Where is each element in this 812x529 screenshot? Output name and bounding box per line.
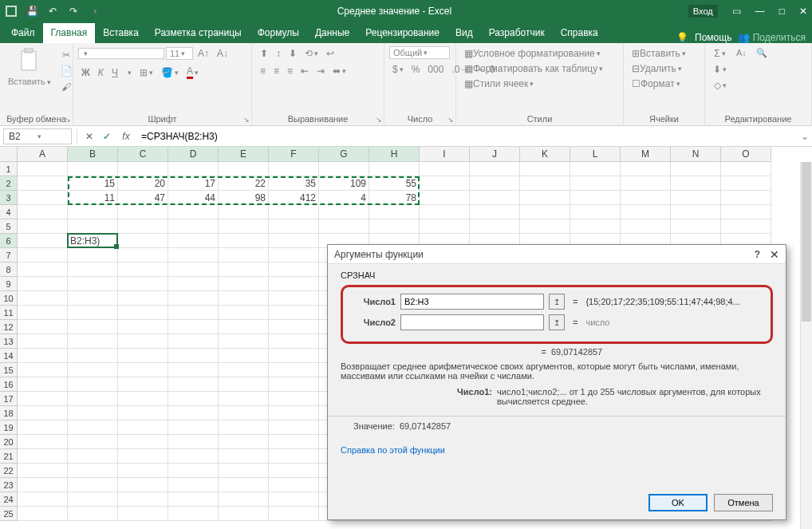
cell[interactable] xyxy=(68,420,118,435)
row-header[interactable]: 2 xyxy=(0,176,18,191)
cell[interactable] xyxy=(269,306,319,320)
row-header[interactable]: 13 xyxy=(0,334,18,349)
select-all-corner[interactable] xyxy=(0,147,18,162)
cell[interactable] xyxy=(68,306,118,320)
cell[interactable] xyxy=(269,320,319,334)
underline-button[interactable]: Ч xyxy=(108,65,121,80)
cell[interactable] xyxy=(18,420,68,435)
increase-font-icon[interactable]: A↑ xyxy=(195,46,212,61)
arg1-refedit-icon[interactable]: ↥ xyxy=(549,294,565,310)
cell[interactable] xyxy=(219,363,269,377)
cell[interactable]: 78 xyxy=(369,191,420,205)
cell[interactable] xyxy=(520,162,570,176)
delete-cells-button[interactable]: ⊟ Удалить xyxy=(629,61,685,76)
cell[interactable] xyxy=(168,420,219,435)
cell[interactable] xyxy=(671,191,721,205)
cell[interactable] xyxy=(118,219,168,234)
cell[interactable] xyxy=(420,205,470,219)
cell[interactable] xyxy=(269,205,319,219)
row-header[interactable]: 6 xyxy=(0,234,18,248)
font-size-combo[interactable]: 11 xyxy=(166,47,193,60)
login-button[interactable]: Вход xyxy=(688,5,718,18)
autosum-icon[interactable]: Σ xyxy=(710,46,730,61)
cell[interactable]: 17 xyxy=(168,176,219,191)
cell[interactable] xyxy=(168,464,219,478)
cell[interactable] xyxy=(168,478,219,492)
minimize-icon[interactable]: — xyxy=(755,6,765,17)
cell[interactable] xyxy=(269,478,319,492)
cell[interactable]: 55 xyxy=(369,176,420,191)
underline-more-icon[interactable] xyxy=(123,67,135,78)
cell[interactable] xyxy=(420,191,470,205)
cell[interactable] xyxy=(269,492,319,507)
cell[interactable] xyxy=(18,219,68,234)
cell[interactable] xyxy=(18,492,68,507)
cell[interactable] xyxy=(168,392,219,406)
find-select-button[interactable]: 🔍 xyxy=(753,46,771,60)
row-header[interactable]: 9 xyxy=(0,277,18,291)
cell[interactable] xyxy=(168,377,219,392)
row-header[interactable]: 20 xyxy=(0,435,18,449)
column-header[interactable]: L xyxy=(570,147,621,162)
cell[interactable] xyxy=(219,392,269,406)
ok-button[interactable]: OK xyxy=(648,494,708,511)
cell[interactable] xyxy=(219,406,269,420)
cell[interactable] xyxy=(118,449,168,464)
insert-cells-button[interactable]: ⊞ Вставить xyxy=(629,46,689,61)
cell[interactable] xyxy=(570,191,621,205)
tab-formulas[interactable]: Формулы xyxy=(250,23,307,43)
column-header[interactable]: B xyxy=(68,147,118,162)
fill-icon[interactable]: ⬇ xyxy=(710,62,730,77)
cell-styles-button[interactable]: ▦ Стили ячеек xyxy=(461,77,537,91)
row-header[interactable]: 24 xyxy=(0,492,18,507)
cell[interactable] xyxy=(168,205,219,219)
cell[interactable] xyxy=(68,406,118,420)
tab-view[interactable]: Вид xyxy=(447,23,481,43)
cell[interactable]: 22 xyxy=(219,176,269,191)
cell[interactable] xyxy=(68,464,118,478)
cell[interactable] xyxy=(219,420,269,435)
cell[interactable] xyxy=(18,248,68,263)
cell[interactable] xyxy=(118,435,168,449)
tab-developer[interactable]: Разработчик xyxy=(481,23,553,43)
cell[interactable] xyxy=(269,464,319,478)
cell[interactable] xyxy=(269,219,319,234)
cell[interactable]: B2:H3) xyxy=(68,234,118,248)
cell[interactable] xyxy=(721,219,771,234)
formula-input[interactable] xyxy=(136,129,798,144)
align-top-icon[interactable]: ⬆ xyxy=(257,46,271,61)
cell[interactable] xyxy=(269,507,319,521)
tell-me-label[interactable]: Помощь xyxy=(695,32,731,43)
undo-icon[interactable]: ↶ xyxy=(46,5,59,18)
cell[interactable] xyxy=(269,449,319,464)
cell[interactable] xyxy=(470,191,520,205)
cell[interactable] xyxy=(269,349,319,363)
cell[interactable] xyxy=(269,435,319,449)
cell[interactable] xyxy=(118,464,168,478)
cell[interactable] xyxy=(118,406,168,420)
cell[interactable] xyxy=(219,306,269,320)
tab-home[interactable]: Главная xyxy=(43,23,96,43)
cell[interactable] xyxy=(118,377,168,392)
cell[interactable] xyxy=(68,349,118,363)
align-bottom-icon[interactable]: ⬇ xyxy=(286,46,300,61)
tell-me-icon[interactable]: 💡 xyxy=(676,32,688,43)
cell[interactable] xyxy=(168,334,219,349)
arg2-input[interactable] xyxy=(400,314,544,330)
cell[interactable] xyxy=(68,320,118,334)
merge-icon[interactable]: ⬌ xyxy=(329,64,349,78)
enter-formula-icon[interactable]: ✓ xyxy=(98,131,116,142)
cell[interactable] xyxy=(68,507,118,521)
row-header[interactable]: 14 xyxy=(0,349,18,363)
cell[interactable] xyxy=(18,205,68,219)
arg2-refedit-icon[interactable]: ↥ xyxy=(549,314,565,330)
cell[interactable] xyxy=(118,492,168,507)
close-icon[interactable]: ✕ xyxy=(799,6,807,17)
clear-icon[interactable]: ◇ xyxy=(710,78,730,93)
cell[interactable] xyxy=(219,234,269,248)
cell[interactable] xyxy=(18,377,68,392)
cell[interactable] xyxy=(219,248,269,263)
cell[interactable] xyxy=(68,435,118,449)
wrap-text-icon[interactable]: ↩ xyxy=(323,46,337,61)
cell[interactable] xyxy=(219,478,269,492)
